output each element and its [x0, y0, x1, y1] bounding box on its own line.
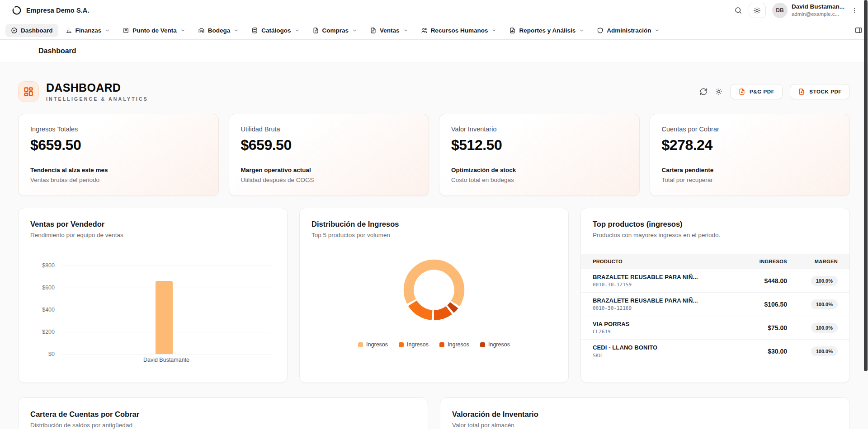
- income-distribution-panel: Distribución de Ingresos Top 5 productos…: [299, 208, 569, 383]
- margin-badge: 100.0%: [811, 346, 838, 356]
- file-down-icon: [798, 88, 805, 95]
- product-income: $75.00: [728, 324, 787, 331]
- sales-bar[interactable]: [156, 281, 173, 354]
- kpi-trend: Cartera pendiente: [662, 167, 838, 173]
- chevron-down-icon: [352, 28, 357, 33]
- users-icon: [421, 27, 428, 34]
- shield-icon: [597, 27, 604, 34]
- nav-item-finanzas[interactable]: Finanzas: [60, 24, 116, 37]
- product-income: $448.00: [728, 277, 787, 284]
- page-title: DASHBOARD: [46, 82, 148, 94]
- margin-badge: 100.0%: [811, 323, 838, 333]
- kpi-label: Cuentas por Cobrar: [662, 126, 838, 133]
- chevron-down-icon: [105, 28, 110, 33]
- warehouse-icon: [198, 27, 205, 34]
- margin-badge: 100.0%: [811, 276, 838, 286]
- user-name: David Bustaman...: [792, 3, 844, 11]
- breadcrumb: Dashboard: [0, 40, 868, 62]
- legend-swatch: [358, 342, 363, 347]
- product-sku: 0010-30-12169: [593, 305, 728, 311]
- avatar: DB: [772, 3, 788, 18]
- nav-item-punto-de-venta[interactable]: Punto de Venta: [117, 24, 191, 37]
- x-category-label: David Bustamante: [62, 357, 271, 363]
- panel-subtitle: Distribución de saldos por antigüedad: [30, 422, 416, 429]
- nav-item-catalogos[interactable]: Catálogos: [246, 24, 305, 37]
- user-menu[interactable]: DB David Bustaman... admin@example.c...: [772, 3, 844, 18]
- sun-dim-icon: [715, 88, 723, 96]
- nav-item-ventas[interactable]: Ventas: [364, 24, 414, 37]
- y-tick: $0: [34, 351, 55, 357]
- dashboard-grid-icon: [18, 81, 39, 102]
- kpi-card-valor-inventario: Valor Inventario $512.50 Optimización de…: [439, 114, 640, 196]
- more-options-button[interactable]: [851, 7, 858, 14]
- panel-toggle-button[interactable]: [854, 26, 863, 34]
- panel-subtitle: Rendimiento por equipo de ventas: [30, 232, 275, 238]
- donut-legend: Ingresos Ingresos Ingresos Ingresos: [311, 341, 557, 348]
- scrollbar-thumb[interactable]: [864, 0, 868, 371]
- chevron-down-icon: [295, 28, 300, 33]
- kpi-caption: Costo total en bodegas: [451, 177, 627, 183]
- kpi-value: $659.50: [30, 137, 207, 154]
- search-button[interactable]: [734, 6, 742, 14]
- kpi-value: $278.24: [662, 137, 838, 154]
- company-name: Empresa Demo S.A.: [26, 7, 90, 14]
- nav-item-dashboard[interactable]: Dashboard: [5, 24, 58, 37]
- breadcrumb-current: Dashboard: [38, 47, 76, 55]
- legend-item[interactable]: Ingresos: [439, 341, 469, 348]
- panel-subtitle: Top 5 productos por volumen: [311, 232, 557, 238]
- product-name: VIA PORRAS: [593, 321, 728, 328]
- refresh-icon: [699, 88, 708, 96]
- brand[interactable]: Empresa Demo S.A.: [12, 5, 90, 15]
- pos-terminal-icon: [123, 27, 129, 34]
- y-tick: $200: [34, 329, 55, 335]
- stock-pdf-button[interactable]: STOCK PDF: [790, 84, 850, 99]
- table-header: PRODUCTO INGRESOS MARGEN: [581, 254, 849, 269]
- panel-title: Cartera de Cuentas por Cobrar: [30, 410, 416, 419]
- nav-item-bodega[interactable]: Bodega: [193, 24, 245, 37]
- theme-toggle-button[interactable]: [749, 3, 766, 18]
- database-icon: [251, 27, 258, 34]
- y-tick: $800: [34, 262, 55, 269]
- chevron-down-icon: [655, 28, 660, 33]
- panel-title: Top productos (ingresos): [593, 220, 838, 228]
- y-tick: $400: [34, 307, 55, 313]
- legend-swatch: [399, 342, 404, 347]
- donut-svg[interactable]: [394, 250, 474, 330]
- nav-item-recursos-humanos[interactable]: Recursos Humanos: [415, 24, 502, 37]
- user-email: admin@example.c...: [792, 11, 844, 17]
- table-row: VIA PORRAS CL2619 $75.00 100.0%: [581, 316, 849, 340]
- panel-title: Ventas por Vendedor: [30, 220, 275, 228]
- legend-item[interactable]: Ingresos: [358, 341, 388, 348]
- column-ingresos: INGRESOS: [728, 259, 787, 264]
- dots-vertical-icon: [851, 7, 858, 14]
- refresh-button[interactable]: [699, 88, 708, 96]
- brightness-button[interactable]: [715, 88, 723, 96]
- kpi-trend: Margen operativo actual: [241, 167, 417, 173]
- kpi-trend: Tendencia al alza este mes: [30, 167, 207, 173]
- column-margen: MARGEN: [787, 259, 838, 264]
- panel-subtitle: Productos con mayores ingresos en el per…: [593, 232, 838, 238]
- chevron-down-icon: [403, 28, 408, 33]
- nav-item-administracion[interactable]: Administración: [591, 24, 665, 37]
- pg-pdf-button[interactable]: P&G PDF: [730, 84, 783, 99]
- dashboard-content: DASHBOARD INTELLIGENCE & ANALYTICS: [0, 62, 868, 429]
- receivables-panel: Cartera de Cuentas por Cobrar Distribuci…: [18, 397, 428, 429]
- legend-swatch: [439, 342, 444, 347]
- chevron-down-icon: [234, 28, 239, 33]
- search-icon: [734, 6, 742, 14]
- breadcrumb-divider: [31, 47, 31, 55]
- kpi-trend: Optimización de stock: [451, 167, 627, 173]
- kpi-card-utilidad-bruta: Utilidad Bruta $659.50 Margen operativo …: [229, 114, 429, 196]
- company-logo-icon: [12, 5, 22, 15]
- panel-title: Distribución de Ingresos: [311, 220, 557, 228]
- nav-item-compras[interactable]: Compras: [307, 24, 363, 37]
- y-tick: $600: [34, 284, 55, 291]
- kpi-label: Ingresos Totales: [30, 126, 207, 133]
- kpi-label: Valor Inventario: [451, 126, 627, 133]
- product-income: $30.00: [728, 348, 787, 355]
- nav-item-reportes[interactable]: Reportes y Análisis: [504, 24, 590, 37]
- legend-item[interactable]: Ingresos: [480, 341, 510, 348]
- page-subtitle: INTELLIGENCE & ANALYTICS: [46, 96, 148, 102]
- kpi-caption: Utilidad después de COGS: [241, 177, 417, 183]
- legend-item[interactable]: Ingresos: [399, 341, 429, 348]
